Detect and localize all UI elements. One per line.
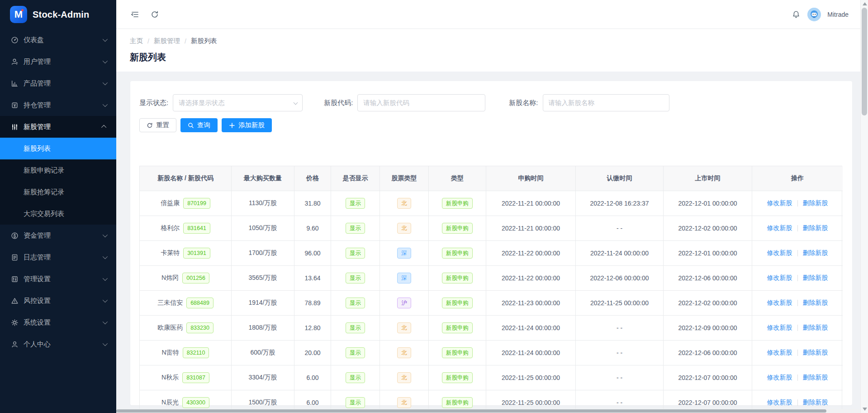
stock-code-badge: 832110	[183, 347, 209, 359]
sidebar-item-用户管理[interactable]: 用户管理	[0, 51, 116, 72]
username[interactable]: Mitrade	[827, 11, 849, 18]
column-header: 申购时间	[486, 166, 576, 191]
delete-stock-link[interactable]: 删除新股	[803, 399, 828, 407]
edit-stock-link[interactable]: 修改新股	[767, 199, 792, 207]
sidebar-subitem-新股列表[interactable]: 新股列表	[0, 138, 116, 159]
edit-stock-link[interactable]: 修改新股	[767, 274, 792, 282]
horizontal-scrollbar[interactable]	[116, 409, 860, 413]
vertical-scrollbar[interactable]	[860, 0, 868, 413]
sidebar-subitem-新股抢筹记录[interactable]: 新股抢筹记录	[0, 181, 116, 203]
horizontal-scrollbar-thumb[interactable]	[116, 409, 826, 413]
visible-badge: 显示	[346, 372, 365, 384]
edit-stock-link[interactable]: 修改新股	[767, 324, 792, 332]
refresh-icon[interactable]	[150, 10, 160, 19]
delete-stock-link[interactable]: 删除新股	[803, 349, 828, 357]
sidebar-item-新股管理[interactable]: 新股管理	[0, 116, 116, 138]
sidebar-item-资金管理[interactable]: 资金管理	[0, 225, 116, 246]
collapse-sidebar-icon[interactable]	[130, 10, 140, 19]
cell-visible: 显示	[331, 216, 380, 241]
add-stock-button[interactable]: 添加新股	[222, 118, 272, 132]
delete-stock-link[interactable]: 删除新股	[803, 374, 828, 382]
ipo-icon	[11, 123, 19, 131]
scroll-up-arrow-icon[interactable]	[863, 2, 867, 5]
breadcrumb-home[interactable]: 主页	[130, 37, 143, 45]
edit-stock-link[interactable]: 修改新股	[767, 349, 792, 357]
column-header: 最大购买数量	[232, 166, 294, 191]
sidebar-subitem-新股申购记录[interactable]: 新股申购记录	[0, 159, 116, 181]
sidebar-item-管理设置[interactable]: 管理设置	[0, 268, 116, 290]
cell-actions: 修改新股删除新股	[752, 266, 843, 291]
scroll-down-arrow-icon[interactable]	[863, 408, 867, 411]
sidebar-item-label: 仪表盘	[24, 36, 103, 44]
stock-code-badge: 870199	[183, 198, 210, 209]
stock-name: N雷特	[162, 349, 179, 357]
search-button[interactable]: 查询	[180, 118, 218, 132]
cell-market: 深	[380, 241, 429, 266]
action-divider	[797, 200, 798, 206]
avatar[interactable]	[807, 8, 821, 21]
sidebar-item-风控设置[interactable]: 风控设置	[0, 290, 116, 312]
display-status-select[interactable]	[173, 94, 303, 111]
edit-stock-link[interactable]: 修改新股	[767, 249, 792, 257]
products-icon	[11, 80, 19, 87]
delete-stock-link[interactable]: 删除新股	[803, 274, 828, 282]
cell-market: 北	[380, 316, 429, 341]
delete-stock-link[interactable]: 删除新股	[803, 224, 828, 232]
cell-apply-time: 2022-11-24 00:00:00	[486, 341, 576, 365]
cell-max-buy: 1130/万股	[232, 191, 294, 216]
cell-list-time: 2022-12-09 00:00:00	[664, 316, 752, 341]
cell-market: 北	[380, 216, 429, 241]
cell-visible: 显示	[331, 365, 380, 390]
cell-apply-time: 2022-11-21 00:00:00	[486, 216, 576, 241]
reset-button[interactable]: 重置	[139, 118, 176, 132]
vertical-scrollbar-thumb[interactable]	[862, 8, 867, 115]
profile-icon	[11, 341, 19, 348]
cell-market: 北	[380, 341, 429, 365]
sidebar-item-系统设置[interactable]: 系统设置	[0, 312, 116, 333]
sidebar-item-仪表盘[interactable]: 仪表盘	[0, 29, 116, 51]
delete-stock-link[interactable]: 删除新股	[803, 249, 828, 257]
cell-type: 新股申购	[429, 365, 486, 390]
edit-stock-link[interactable]: 修改新股	[767, 224, 792, 232]
sidebar-item-日志管理[interactable]: 日志管理	[0, 246, 116, 268]
dashboard-icon	[11, 36, 19, 44]
cell-list-time: 2022-12-02 00:00:00	[664, 216, 752, 241]
table-row: 卡莱特3013911700/万股96.00显示深新股申购2022-11-22 0…	[140, 241, 842, 266]
sidebar-item-持仓管理[interactable]: 持仓管理	[0, 94, 116, 116]
edit-stock-link[interactable]: 修改新股	[767, 399, 792, 407]
chevron-down-icon	[103, 254, 108, 259]
stock-code-input[interactable]	[357, 94, 485, 111]
sidebar-subitem-大宗交易列表[interactable]: 大宗交易列表	[0, 203, 116, 225]
market-badge: 北	[397, 223, 411, 234]
sidebar-item-产品管理[interactable]: 产品管理	[0, 72, 116, 94]
type-badge: 新股申购	[442, 397, 473, 408]
edit-stock-link[interactable]: 修改新股	[767, 299, 792, 307]
page-title: 新股列表	[130, 51, 860, 63]
cell-pay-time: - -	[576, 216, 664, 241]
delete-stock-link[interactable]: 删除新股	[803, 324, 828, 332]
bell-icon[interactable]	[791, 10, 801, 19]
cell-visible: 显示	[331, 291, 380, 316]
cell-type: 新股申购	[429, 191, 486, 216]
column-header: 上市时间	[664, 166, 752, 191]
sidebar-item-label: 持仓管理	[24, 101, 103, 110]
content: 显示状态: 新股代码: 新股名称:	[116, 72, 860, 405]
cell-type: 新股申购	[429, 341, 486, 365]
sidebar-item-个人中心[interactable]: 个人中心	[0, 333, 116, 355]
chevron-down-icon	[103, 232, 108, 237]
topbar: Mitrade	[116, 0, 860, 29]
edit-stock-link[interactable]: 修改新股	[767, 374, 792, 382]
stock-name-input[interactable]	[543, 94, 669, 111]
delete-stock-link[interactable]: 删除新股	[803, 199, 828, 207]
cell-name-code: N炜冈001256	[140, 266, 232, 291]
cell-name-code: N秋乐831087	[140, 365, 232, 390]
positions-icon	[11, 101, 19, 109]
delete-stock-link[interactable]: 删除新股	[803, 299, 828, 307]
cell-apply-time: 2022-11-22 00:00:00	[486, 241, 576, 266]
cell-max-buy: 1808/万股	[232, 316, 294, 341]
table-row: N雷特832110600/万股20.00显示北新股申购2022-11-24 00…	[140, 341, 842, 365]
cell-apply-time: 2022-11-21 00:00:00	[486, 191, 576, 216]
action-divider	[797, 275, 798, 281]
display-status-label: 显示状态:	[139, 99, 168, 107]
breadcrumb-section[interactable]: 新股管理	[154, 37, 180, 45]
